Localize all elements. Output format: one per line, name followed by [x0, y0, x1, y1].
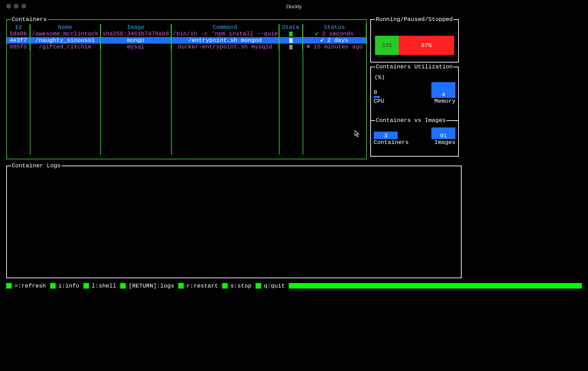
cell-name[interactable]: /gifted_ritchie: [30, 44, 101, 50]
cmd-swatch-icon: [6, 283, 12, 289]
cell-name[interactable]: /naughty_sinoussi: [30, 37, 101, 44]
bar-label: CPU: [374, 98, 384, 104]
cell-command[interactable]: docker-entrypoint.sh mysqld: [171, 44, 279, 50]
cmd-swatch-icon: [222, 283, 228, 289]
state-indicator-icon: [289, 32, 293, 36]
cmd-swatch-icon: [83, 283, 89, 289]
cmd-swatch-icon: [256, 283, 261, 289]
cell-image[interactable]: mysql: [101, 44, 171, 50]
status-ok-icon: ✔: [315, 31, 322, 37]
rps-segment: 67%: [399, 36, 454, 55]
cmd-restart[interactable]: r:restart: [178, 283, 222, 289]
cmd-shell[interactable]: l:shell: [83, 283, 120, 289]
cmd-label: i:info: [58, 283, 79, 289]
window-title: Dockly: [0, 3, 588, 10]
containers-vs-images-panel: Containers vs Images 3Containers91Images: [370, 121, 459, 157]
containers-title: Containers: [11, 16, 47, 23]
titlebar: Dockly: [0, 0, 588, 12]
cell-image[interactable]: sha256:3461b7479ab8: [101, 31, 171, 37]
logs-panel[interactable]: Container Logs: [6, 166, 462, 278]
chart-bar: 91Images: [431, 127, 455, 146]
cmd-label: [RETURN]:logs: [128, 283, 174, 289]
cmd-stop[interactable]: s:stop: [222, 283, 256, 289]
cell-command[interactable]: /entrypoint.sh mongod: [171, 37, 279, 44]
col-header-image[interactable]: Image: [101, 24, 171, 31]
cmd-label: l:shell: [92, 283, 116, 289]
cvi-title: Containers vs Images: [375, 117, 446, 124]
cmd-swatch-icon: [50, 283, 56, 289]
logs-title: Container Logs: [11, 162, 61, 169]
cmd-info[interactable]: i:info: [50, 283, 83, 289]
cmd-swatch-icon: [120, 283, 126, 289]
cmd-refresh[interactable]: =:refresh: [6, 283, 50, 289]
cmd-label: r:restart: [186, 283, 218, 289]
cell-command[interactable]: /bin/sh -c 'npm install --quie: [171, 31, 279, 37]
util-title: Containers Utilization: [375, 64, 453, 70]
command-bar: =:refreshi:infol:shell[RETURN]:logsr:res…: [6, 282, 582, 290]
cell-state[interactable]: [279, 44, 303, 50]
chart-bar: 3Containers: [374, 132, 409, 146]
status-ok-icon: ✔: [320, 37, 327, 44]
status-text: 2 seconds: [322, 31, 354, 37]
state-indicator-icon: [289, 45, 293, 49]
bar-label: Images: [431, 139, 455, 146]
cell-status[interactable]: ✔ 2 days: [303, 37, 366, 44]
col-header-id[interactable]: Id: [7, 24, 30, 31]
cmd-label: q:quit: [264, 283, 285, 289]
col-header-name[interactable]: Name: [30, 24, 101, 31]
col-header-state[interactable]: State: [279, 24, 303, 31]
cell-status[interactable]: ✔ 2 seconds: [303, 31, 366, 37]
cmd-bar-fill: [289, 283, 582, 289]
bar-value: 91: [431, 127, 455, 139]
cell-status[interactable]: ✖ 15 minutes ago: [303, 44, 366, 50]
rps-bar: 33%67%: [375, 36, 454, 55]
cell-id[interactable]: 5da0b: [7, 31, 30, 37]
status-failed-icon: ✖: [307, 44, 314, 50]
cmd-label: =:refresh: [14, 283, 46, 289]
bar-label: Memory: [431, 98, 455, 104]
containers-panel: Containers IdNameImageCommandStateStatus…: [6, 19, 367, 159]
bar-value: 4: [431, 82, 455, 98]
cmd-label: s:stop: [230, 283, 251, 289]
utilization-panel: Containers Utilization (%) 0CPU4Memory: [370, 67, 459, 121]
chart-bar: 4Memory: [431, 82, 455, 104]
status-text: 2 days: [327, 37, 348, 44]
cvi-bars: 3Containers91Images: [374, 132, 455, 146]
cell-state[interactable]: [279, 31, 303, 37]
util-bars: 0CPU4Memory: [374, 89, 455, 104]
bar-value: 0: [374, 89, 384, 96]
cmd-logs[interactable]: [RETURN]:logs: [120, 283, 178, 289]
containers-table[interactable]: IdNameImageCommandStateStatus5da0b/aweso…: [7, 24, 366, 50]
cell-name[interactable]: /awesome_mcclintock: [30, 31, 101, 37]
status-text: 15 minutes ago: [314, 44, 363, 50]
util-suffix: (%): [374, 74, 385, 81]
rps-segment: 33%: [375, 36, 399, 55]
cell-id[interactable]: 4e3f7: [7, 37, 30, 44]
col-header-command[interactable]: Command: [171, 24, 279, 31]
rps-title: Running/Paused/Stopped: [375, 16, 453, 23]
cmd-quit[interactable]: q:quit: [256, 283, 289, 289]
chart-bar: 0CPU: [374, 89, 384, 104]
cell-state[interactable]: [279, 37, 303, 44]
bar-value: 3: [374, 132, 398, 139]
bar-label: Containers: [374, 139, 409, 146]
state-indicator-icon: [289, 38, 293, 43]
cell-id[interactable]: 885f5: [7, 44, 30, 50]
running-paused-stopped-panel: Running/Paused/Stopped 33%67%: [370, 19, 459, 63]
cell-image[interactable]: mongo: [101, 37, 171, 44]
col-header-status[interactable]: Status: [303, 24, 366, 31]
cmd-swatch-icon: [178, 283, 184, 289]
